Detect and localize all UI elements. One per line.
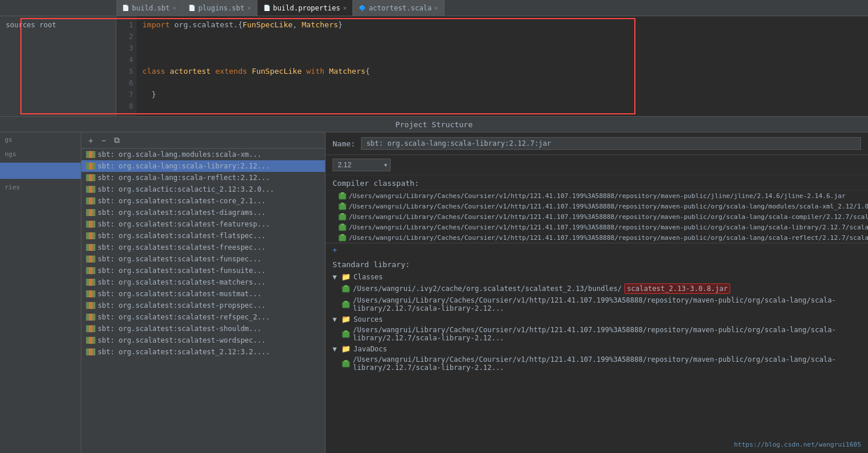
jar-file-small-icon <box>342 300 350 308</box>
copy-library-button[interactable]: ⧉ <box>112 135 122 145</box>
sidebar-toolbar: + − ⧉ <box>81 132 325 149</box>
line-numbers: 1 2 3 4 5 6 7 8 <box>116 16 137 116</box>
tab-label: plugins.sbt <box>198 4 244 12</box>
javadocs-label: JavaDocs <box>353 345 387 353</box>
classpath-path: /Users/wangrui/Library/Caches/Coursier/v… <box>349 234 868 242</box>
lib-icon <box>86 314 95 321</box>
list-item[interactable]: sbt: org.scalatest:scalatest-mustmat... <box>81 288 325 300</box>
tab-plugins-sbt[interactable]: 📄 plugins.sbt ✕ <box>183 0 258 16</box>
svg-rect-17 <box>344 360 348 362</box>
active-nav-item[interactable] <box>0 163 81 179</box>
list-item[interactable]: sbt: org.scalatest:scalatest-diagrams... <box>81 207 325 218</box>
left-side-panel: sources root <box>0 16 116 116</box>
jar-file-icon <box>338 223 347 231</box>
library-items-list: sbt: org.scala-lang.modules:scala-xm... … <box>81 149 325 453</box>
jar-tree-item[interactable]: /Users/wangrui/.ivy2/cache/org.scalatest… <box>342 282 861 295</box>
list-item[interactable]: sbt: org.scalatest:scalatest-core_2.1... <box>81 195 325 207</box>
list-item[interactable]: sbt: org.scalatest:scalatest-funsuite... <box>81 265 325 276</box>
jar-path-prefix: /Users/wangrui/.ivy2/cache/org.scalatest… <box>353 285 621 293</box>
list-item[interactable]: sbt: org.scalatest:scalatest-propspec... <box>81 300 325 311</box>
list-item[interactable]: sbt: org.scala-lang:scala-library:2.12..… <box>81 160 325 172</box>
remove-library-button[interactable]: − <box>99 136 108 145</box>
svg-rect-14 <box>342 332 349 337</box>
list-item[interactable]: sbt: org.scalatest:scalatest-refspec_2..… <box>81 311 325 323</box>
classpath-path: /Users/wangrui/Library/Caches/Coursier/v… <box>349 213 868 221</box>
lib-label: sbt: org.scala-lang:scala-library:2.12..… <box>98 162 270 170</box>
tab-close-btn[interactable]: ✕ <box>343 5 347 11</box>
jar-tree-item[interactable]: /Users/wangrui/Library/Caches/Coursier/v… <box>342 325 861 343</box>
svg-rect-3 <box>341 203 344 204</box>
version-select[interactable]: 2.12 2.13 2.11 <box>333 159 391 171</box>
tab-close-btn[interactable]: ✕ <box>435 5 438 11</box>
svg-rect-2 <box>339 204 346 210</box>
javadocs-tree-node[interactable]: ▼ 📁 JavaDocs <box>333 343 861 354</box>
tab-close-btn[interactable]: ✕ <box>173 5 176 11</box>
svg-rect-0 <box>339 193 346 199</box>
svg-rect-13 <box>344 301 348 303</box>
classpath-path: /Users/wangrui/Library/Caches/Coursier/v… <box>349 203 868 210</box>
editor-right-gutter <box>647 16 868 116</box>
lib-icon <box>86 325 95 332</box>
jar-path: /Users/wangrui/Library/Caches/Coursier/v… <box>353 355 861 372</box>
tab-build-properties[interactable]: 📄 build.properties ✕ <box>258 0 353 16</box>
jar-tree-item[interactable]: /Users/wangrui/Library/Caches/Coursier/v… <box>342 295 861 314</box>
classes-tree-node[interactable]: ▼ 📁 Classes <box>333 271 861 282</box>
scala-file-icon: 🔷 <box>359 5 366 11</box>
svg-rect-11 <box>344 285 348 287</box>
list-item[interactable]: sbt: org.scala-lang.modules:scala-xm... <box>81 149 325 160</box>
tab-label: actortest.scala <box>369 4 431 12</box>
classpath-item: /Users/wangrui/Library/Caches/Coursier/v… <box>326 211 868 222</box>
lib-icon <box>86 244 95 251</box>
jar-path: /Users/wangrui/Library/Caches/Coursier/v… <box>353 326 861 342</box>
lib-icon <box>86 256 95 263</box>
lib-label: sbt: org.scalatest:scalatest-wordspec... <box>98 336 266 344</box>
classes-label: Classes <box>353 273 383 281</box>
compiler-classpath-label: Compiler classpath: <box>326 175 868 190</box>
list-item[interactable]: sbt: org.scalatest:scalatest-matchers... <box>81 276 325 288</box>
sources-label: Sources <box>353 315 383 323</box>
name-input[interactable] <box>361 137 861 150</box>
list-item[interactable]: sbt: org.scalatest:scalatest-funspec... <box>81 253 325 265</box>
lib-icon <box>86 209 95 216</box>
highlighted-jar-name: scalatest_2.13-3.0.8.jar <box>624 283 730 294</box>
tab-close-btn[interactable]: ✕ <box>248 5 251 11</box>
list-item[interactable]: sbt: org.scalatest:scalatest-shouldm... <box>81 323 325 335</box>
code-editor[interactable]: import org.scalatest.{FunSpecLike, Match… <box>137 16 647 116</box>
lib-icon <box>86 221 95 228</box>
lib-label: sbt: org.scalatest:scalatest-featuresp..… <box>98 220 270 228</box>
sources-tree-node[interactable]: ▼ 📁 Sources <box>333 314 861 325</box>
list-item[interactable]: sbt: org.scalatest:scalatest_2.12:3.2...… <box>81 346 325 358</box>
lib-label: sbt: org.scalatest:scalatest_2.12:3.2...… <box>98 348 270 356</box>
lib-label: sbt: org.scalactic:scalactic_2.12:3.2.0.… <box>98 185 274 193</box>
add-classpath-button[interactable]: + <box>326 243 868 257</box>
name-label: Name: <box>333 139 355 148</box>
tab-build-sbt[interactable]: 📄 build.sbt ✕ <box>116 0 183 16</box>
lib-label: sbt: org.scalatest:scalatest-refspec_2..… <box>98 313 270 321</box>
lib-label: sbt: org.scalatest:scalatest-diagrams... <box>98 208 266 217</box>
add-library-button[interactable]: + <box>86 136 95 145</box>
lib-label: sbt: org.scalatest:scalatest-core_2.1... <box>98 197 266 205</box>
jar-tree-item[interactable]: /Users/wangrui/Library/Caches/Coursier/v… <box>342 354 861 373</box>
list-item[interactable]: sbt: org.scalatest:scalatest-wordspec... <box>81 335 325 346</box>
lib-label: sbt: org.scala-lang:scala-reflect:2.12..… <box>98 174 270 182</box>
list-item[interactable]: sbt: org.scalactic:scalactic_2.12:3.2.0.… <box>81 184 325 195</box>
tab-bar: 📄 build.sbt ✕ 📄 plugins.sbt ✕ 📄 build.pr… <box>0 0 868 16</box>
svg-rect-5 <box>341 213 344 215</box>
list-item[interactable]: sbt: org.scalatest:scalatest-freespec... <box>81 242 325 253</box>
bottom-panel: gs ngs ries + − ⧉ sbt: org.scala-lang.mo… <box>0 132 868 453</box>
svg-rect-15 <box>344 330 348 332</box>
list-item[interactable]: sbt: org.scala-lang:scala-reflect:2.12..… <box>81 172 325 184</box>
jar-file-small-icon <box>342 359 350 368</box>
jar-file-small-icon <box>342 285 350 293</box>
lib-label: sbt: org.scalatest:scalatest-funspec... <box>98 255 262 263</box>
list-item[interactable]: sbt: org.scalatest:scalatest-featuresp..… <box>81 218 325 230</box>
lib-icon <box>86 302 95 309</box>
javadocs-children: /Users/wangrui/Library/Caches/Coursier/v… <box>333 354 861 373</box>
classpath-path: /Users/wangrui/Library/Caches/Coursier/v… <box>349 224 868 231</box>
url-bar: https://blog.csdn.net/wangrui1605 <box>734 441 861 448</box>
svg-rect-7 <box>341 224 344 225</box>
svg-rect-16 <box>342 361 349 367</box>
sbt-file-icon: 📄 <box>122 5 129 11</box>
list-item[interactable]: sbt: org.scalatest:scalatest-flatspec... <box>81 230 325 242</box>
tab-actortest-scala[interactable]: 🔷 actortest.scala ✕ <box>353 0 444 16</box>
